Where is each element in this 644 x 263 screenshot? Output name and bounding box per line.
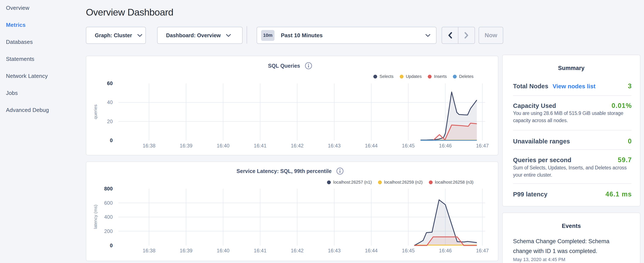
svg-text:16:43: 16:43 — [328, 248, 340, 253]
svg-text:16:45: 16:45 — [402, 248, 414, 253]
svg-text:16:41: 16:41 — [254, 143, 266, 149]
svg-text:20: 20 — [107, 119, 113, 124]
svg-text:16:40: 16:40 — [217, 248, 230, 253]
svg-text:16:46: 16:46 — [439, 248, 452, 253]
svg-text:16:38: 16:38 — [143, 248, 156, 253]
svg-text:16:40: 16:40 — [217, 143, 230, 149]
svg-text:400: 400 — [104, 214, 113, 220]
svg-text:16:41: 16:41 — [254, 248, 266, 253]
svg-text:800: 800 — [104, 186, 113, 191]
svg-text:16:46: 16:46 — [439, 143, 452, 149]
svg-text:200: 200 — [104, 228, 113, 234]
svg-text:0: 0 — [110, 137, 113, 143]
svg-text:16:47: 16:47 — [476, 248, 489, 253]
svg-text:60: 60 — [107, 80, 113, 86]
svg-text:16:44: 16:44 — [365, 143, 378, 149]
svg-text:16:44: 16:44 — [365, 248, 378, 253]
svg-text:16:39: 16:39 — [180, 143, 192, 149]
svg-text:0: 0 — [110, 242, 113, 248]
svg-text:16:45: 16:45 — [402, 143, 414, 149]
svg-text:16:42: 16:42 — [291, 143, 304, 149]
svg-text:16:39: 16:39 — [180, 248, 192, 253]
svg-text:600: 600 — [104, 200, 113, 206]
svg-text:40: 40 — [107, 99, 113, 105]
svg-text:16:38: 16:38 — [143, 143, 156, 149]
svg-text:16:43: 16:43 — [328, 143, 340, 149]
svg-text:16:42: 16:42 — [291, 248, 304, 253]
svg-text:16:47: 16:47 — [476, 143, 489, 149]
